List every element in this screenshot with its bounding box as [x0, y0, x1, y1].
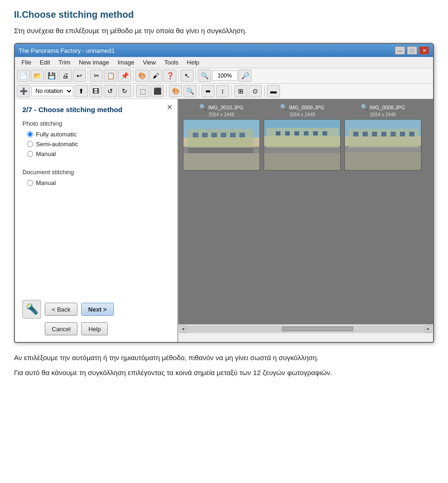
- thumb-2[interactable]: [344, 119, 421, 170]
- image-size-2: 3264 x 2448: [370, 112, 396, 117]
- zoom-input[interactable]: [212, 71, 238, 81]
- menu-image[interactable]: Image: [114, 58, 138, 67]
- minimize-button[interactable]: —: [395, 46, 405, 55]
- application-window: The Panorama Factory - unnamed1 — □ ✕ Fi…: [14, 43, 434, 343]
- scrollbar-thumb[interactable]: [282, 327, 353, 331]
- radio-semi-automatic[interactable]: [27, 141, 33, 147]
- toolbar-color2[interactable]: 🖌: [149, 70, 162, 82]
- option-semi-automatic[interactable]: Semi-automatic: [27, 141, 170, 148]
- toolbar-sep6: [166, 85, 167, 97]
- svg-rect-20: [304, 131, 308, 135]
- toolbar-row1: 📄 📂 💾 🖨 ↩ ✂ 📋 📌 🎨 🖌 ❓ ↖ 🔍 🔎: [15, 68, 433, 84]
- svg-rect-3: [188, 129, 253, 148]
- svg-rect-6: [202, 133, 208, 137]
- image-panel: 🔍 IMG_0010.JPG 3264 x 2448: [178, 99, 433, 342]
- menu-view[interactable]: View: [139, 58, 160, 67]
- radio-manual-photo[interactable]: [27, 151, 33, 157]
- image-strip: 🔍 IMG_0010.JPG 3264 x 2448: [178, 99, 433, 324]
- option-fully-automatic-label: Fully automatic: [36, 131, 77, 138]
- menu-file[interactable]: File: [18, 58, 35, 67]
- toolbar-paste[interactable]: 📌: [118, 70, 131, 82]
- bottom-text-p2: Για αυτό θα κάνουμε τη συγκόλληση επιλέγ…: [14, 367, 434, 378]
- cancel-button[interactable]: Cancel: [45, 322, 77, 335]
- menu-trim[interactable]: Trim: [55, 58, 74, 67]
- option-manual-doc[interactable]: Manual: [27, 179, 170, 186]
- toolbar-sep9: [264, 85, 265, 97]
- main-content: ✕ 2/7 - Choose stitching method Photo st…: [15, 99, 433, 342]
- scroll-left[interactable]: ◄: [179, 325, 187, 333]
- svg-rect-15: [266, 128, 339, 148]
- help-button[interactable]: Help: [81, 322, 108, 335]
- wizard-footer: 🔦 < Back Next >: [22, 291, 170, 319]
- toolbar-help2[interactable]: ❓: [163, 70, 176, 82]
- option-manual-photo-label: Manual: [36, 150, 56, 157]
- toolbar-film[interactable]: 🎞: [89, 85, 102, 97]
- close-button[interactable]: ✕: [419, 46, 429, 55]
- maximize-button[interactable]: □: [407, 46, 417, 55]
- toolbar-copy[interactable]: 📋: [104, 70, 117, 82]
- toolbar-zoom-out[interactable]: 🔍: [198, 70, 211, 82]
- menu-newimage[interactable]: New image: [75, 58, 113, 67]
- thumb-0[interactable]: [183, 119, 260, 170]
- toolbar-save[interactable]: 💾: [45, 70, 58, 82]
- toolbar-crop[interactable]: ⬚: [136, 85, 149, 97]
- svg-rect-31: [381, 132, 386, 136]
- toolbar-frame[interactable]: ⬛: [151, 85, 164, 97]
- svg-rect-28: [353, 132, 358, 136]
- svg-rect-5: [193, 133, 198, 137]
- image-name-0: IMG_0010.JPG: [208, 105, 244, 110]
- bottom-wizard-buttons: Cancel Help: [45, 322, 170, 335]
- bottom-text: Αν επιλέξουμε την αυτόματη ή την ημιαυτό…: [14, 352, 434, 378]
- doc-options: Manual: [27, 179, 170, 186]
- scrollbar-track[interactable]: [187, 326, 425, 332]
- wizard-close-button[interactable]: ✕: [167, 103, 173, 112]
- back-button[interactable]: < Back: [45, 303, 77, 316]
- option-fully-automatic[interactable]: Fully automatic: [27, 131, 170, 138]
- toolbar-color1[interactable]: 🎨: [135, 70, 148, 82]
- svg-rect-11: [183, 153, 260, 170]
- toolbar-rotate-left[interactable]: ↺: [104, 85, 117, 97]
- statusbar: [178, 333, 433, 342]
- toolbar-move[interactable]: ⬌: [202, 85, 215, 97]
- menu-edit[interactable]: Edit: [36, 58, 54, 67]
- mag-icon-0: 🔍: [199, 104, 207, 111]
- toolbar-btn5[interactable]: ↩: [73, 70, 86, 82]
- scroll-right[interactable]: ►: [425, 325, 432, 333]
- next-button[interactable]: Next >: [81, 303, 113, 316]
- toolbar-sep7: [199, 85, 199, 97]
- toolbar-sep3: [178, 70, 179, 81]
- page-subtitle: Στη συνέχεια θα επιλέξουμε τη μέθοδο με …: [14, 27, 434, 35]
- toolbar-hist[interactable]: ▬: [267, 85, 280, 97]
- toolbar-grid[interactable]: ⊞: [234, 85, 247, 97]
- toolbar-add-image[interactable]: ➕: [17, 85, 30, 97]
- toolbar-new[interactable]: 📄: [17, 70, 30, 82]
- toolbar-circle[interactable]: ⊙: [249, 85, 262, 97]
- toolbar-upload[interactable]: ⬆: [75, 85, 88, 97]
- toolbar-magnify[interactable]: 🔍: [183, 85, 196, 97]
- menu-tools[interactable]: Tools: [161, 58, 182, 67]
- wizard-step-title: 2/7 - Choose stitching method: [22, 106, 170, 114]
- toolbar-cursor[interactable]: ↖: [181, 70, 194, 82]
- doc-stitching-section: Document stitching Manual: [22, 169, 170, 193]
- radio-fully-automatic[interactable]: [27, 131, 33, 137]
- toolbar-move2[interactable]: ↕: [216, 85, 229, 97]
- svg-rect-18: [285, 131, 290, 135]
- toolbar-open[interactable]: 📂: [31, 70, 44, 82]
- image-thumb-2: 🔍 IMG_0008.JPG 3264 x 2448: [344, 104, 421, 170]
- rotation-select[interactable]: No rotation Rotate left Rotate right Fli…: [31, 86, 73, 96]
- svg-rect-30: [372, 132, 377, 136]
- svg-rect-16: [264, 153, 341, 170]
- radio-manual-doc[interactable]: [27, 180, 33, 186]
- toolbar-print[interactable]: 🖨: [59, 70, 72, 82]
- toolbar-palette[interactable]: 🎨: [169, 85, 182, 97]
- toolbar-zoom-in[interactable]: 🔎: [238, 70, 252, 82]
- toolbar-rotate-right[interactable]: ↻: [118, 85, 131, 97]
- toolbar-sep5: [133, 85, 134, 97]
- svg-rect-33: [400, 132, 405, 136]
- menu-help[interactable]: Help: [183, 58, 203, 67]
- svg-rect-29: [363, 132, 368, 136]
- option-manual-photo[interactable]: Manual: [27, 150, 170, 157]
- toolbar-cut[interactable]: ✂: [90, 70, 103, 82]
- image-name-1: IMG_0009.JPG: [289, 105, 324, 110]
- thumb-1[interactable]: [264, 119, 341, 170]
